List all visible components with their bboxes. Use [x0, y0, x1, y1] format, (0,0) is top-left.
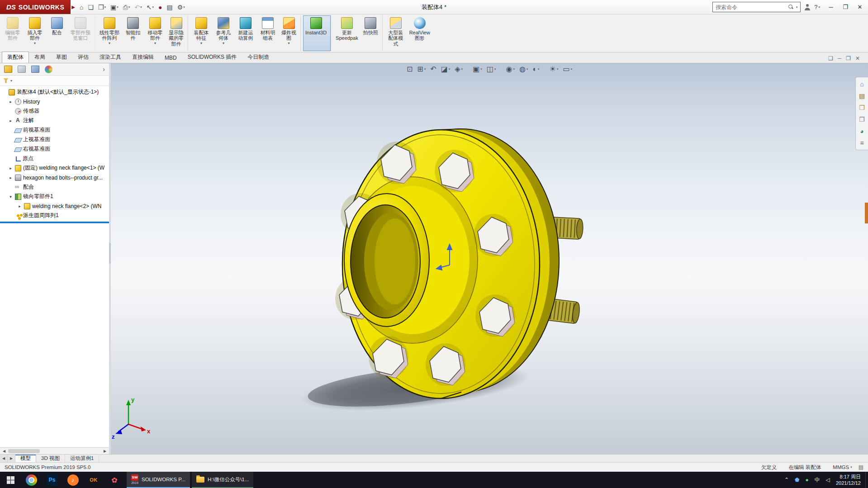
dropdown-caret-icon[interactable]: ▾	[104, 5, 106, 9]
dropdown-caret-icon[interactable]: ▾	[200, 42, 202, 45]
tree-item[interactable]: ▸ welding neck flange<2> (WN	[0, 201, 109, 211]
ribbon-button[interactable]: 装配体 特征 ▾	[190, 15, 212, 51]
document-window-control-icon[interactable]: ─	[838, 56, 842, 61]
view-tool-button[interactable]: ↶	[428, 65, 438, 74]
graphics-viewport[interactable]: y x z ⊡ ⊞ ▾	[111, 63, 868, 454]
ribbon-button[interactable]: 零部件预 览窗口	[68, 15, 95, 51]
logo-flyout-arrow-icon[interactable]: ▶	[71, 5, 75, 9]
dropdown-caret-icon[interactable]: ▾	[109, 42, 110, 45]
tree-item[interactable]: 派生圆周阵列1	[0, 211, 109, 220]
panel-expand-chevron-icon[interactable]: ›	[103, 66, 105, 73]
view-tool-button[interactable]: ◪ ▾	[439, 65, 452, 74]
task-pane-tab[interactable]: ⌂	[857, 79, 867, 89]
tree-item[interactable]: 原点	[0, 154, 109, 163]
tab-nav-icon[interactable]: ▶	[8, 455, 15, 462]
show-desktop-button[interactable]	[865, 472, 868, 488]
ribbon-button[interactable]: RealView 图形	[407, 15, 432, 51]
rollback-bar[interactable]	[0, 222, 109, 223]
tree-expander-icon[interactable]: ▾	[8, 194, 13, 199]
command-tab[interactable]: MBD	[159, 53, 182, 63]
quick-access-button[interactable]: ❏	[86, 3, 95, 11]
panel-horizontal-scrollbar[interactable]: ◀ ▶	[0, 447, 109, 454]
quick-access-button[interactable]: ▤	[165, 3, 175, 11]
task-pane-tab[interactable]: ◕	[857, 126, 867, 136]
window-control-button[interactable]: ─	[824, 1, 838, 13]
ribbon-button[interactable]: 移动零 部件 ▾	[144, 15, 166, 51]
dropdown-caret-icon[interactable]: ▾	[424, 67, 426, 71]
ribbon-button[interactable]: 爆炸视 图 ▾	[279, 15, 301, 51]
command-tab[interactable]: 布局	[29, 52, 51, 63]
command-tab[interactable]: 评估	[72, 52, 94, 63]
dropdown-caret-icon[interactable]: ▾	[557, 67, 559, 71]
document-tab[interactable]: 运动算例1	[65, 455, 99, 462]
task-pane-tab[interactable]: ▤	[857, 91, 867, 101]
tray-icon[interactable]: ⬟	[795, 477, 799, 483]
status-item[interactable]: 在编辑 装配体	[788, 464, 821, 471]
dropdown-caret-icon[interactable]: ▾	[494, 67, 496, 71]
dropdown-caret-icon[interactable]: ▾	[513, 67, 515, 71]
panel-tab-icon[interactable]	[45, 66, 52, 73]
panel-tab-icon[interactable]	[4, 66, 12, 73]
taskbar-app-button[interactable]: OK	[83, 472, 104, 488]
taskbar-app-button[interactable]: ♪	[62, 472, 83, 488]
tray-icon[interactable]: 中	[815, 476, 820, 484]
dropdown-caret-icon[interactable]: ▾	[223, 42, 224, 45]
ribbon-button[interactable]: 显示隐 藏的零 部件	[166, 15, 188, 51]
tray-icon[interactable]: ●	[805, 477, 808, 483]
command-tab[interactable]: 渲染工具	[94, 52, 127, 63]
tree-item[interactable]: ▾ 镜向零部件1	[0, 192, 109, 201]
quick-access-button[interactable]: ▣ ▾	[109, 3, 120, 11]
tree-item[interactable]: 前视基准面	[0, 125, 109, 135]
quick-access-button[interactable]: ●	[157, 3, 164, 11]
window-control-button[interactable]: ❐	[838, 1, 853, 13]
tree-item[interactable]: 右视基准面	[0, 144, 109, 154]
quick-access-button[interactable]: ⌂	[78, 3, 85, 11]
tree-item[interactable]: ▸ (固定) welding neck flange<1> (W	[0, 163, 109, 173]
document-tab[interactable]: 模型	[15, 455, 36, 462]
ribbon-button[interactable]: 编辑零 部件	[2, 15, 24, 51]
scroll-left-icon[interactable]: ◀	[1, 449, 7, 453]
help-menu[interactable]: ? ▾	[814, 4, 820, 10]
view-tool-button[interactable]: ◈ ▾	[453, 65, 465, 74]
dropdown-caret-icon[interactable]: ▾	[183, 5, 185, 9]
units-caret-icon[interactable]: ▾	[850, 465, 852, 469]
dropdown-caret-icon[interactable]: ▾	[154, 42, 156, 45]
dropdown-caret-icon[interactable]: ▾	[526, 67, 528, 71]
tree-item[interactable]: 配合	[0, 182, 109, 192]
quick-access-button[interactable]: ❒ ▾	[96, 3, 108, 11]
task-pane-tab[interactable]: ≡	[857, 138, 867, 148]
start-button[interactable]	[0, 472, 21, 488]
task-pane-tab[interactable]: ❒	[857, 103, 867, 113]
user-account-icon[interactable]	[804, 4, 811, 10]
view-tool-button[interactable]: ◫ ▾	[485, 65, 498, 74]
filter-caret-icon[interactable]: ▾	[10, 79, 12, 83]
view-tool-button[interactable]: ▭ ▾	[561, 65, 574, 74]
view-tool-button[interactable]: ◉ ▾	[504, 65, 516, 74]
model-canvas[interactable]: y x z	[111, 63, 868, 454]
dropdown-caret-icon[interactable]: ▾	[152, 5, 154, 9]
tree-expander-icon[interactable]: ▸	[17, 204, 22, 208]
dropdown-caret-icon[interactable]: ▾	[461, 67, 463, 71]
status-item[interactable]: 欠定义	[761, 464, 777, 471]
tree-item[interactable]: ▸ History	[0, 97, 109, 106]
quick-access-button[interactable]: ⚙ ▾	[175, 3, 187, 11]
view-tool-button[interactable]: ⊡	[405, 65, 414, 74]
document-window-control-icon[interactable]: ❏	[828, 56, 833, 61]
ribbon-button[interactable]: 大型装 配体模 式	[385, 15, 407, 51]
ribbon-button[interactable]: 新建运 动算例	[235, 15, 256, 51]
dropdown-caret-icon[interactable]: ▾	[34, 42, 36, 45]
taskbar-clock[interactable]: 8:17 周日 2021/12/12	[836, 474, 861, 487]
quick-access-button[interactable]: ↖ ▾	[145, 3, 156, 11]
tab-nav-icon[interactable]: ◀	[0, 455, 8, 462]
command-tab[interactable]: 草图	[51, 52, 72, 63]
scrollbar-thumb[interactable]	[8, 449, 40, 453]
tray-icon[interactable]: ◁	[826, 477, 830, 483]
dropdown-caret-icon[interactable]: ▾	[128, 5, 130, 9]
taskbar-app-button[interactable]: ✿	[104, 472, 125, 488]
tree-item[interactable]: ▸ 注解	[0, 116, 109, 125]
panel-tab-icon[interactable]	[31, 66, 39, 73]
taskbar-window-solidworks[interactable]: SW 2019 SOLIDWORKS P...	[127, 472, 190, 488]
tree-item[interactable]: ▸ hexagon head bolts--product gr...	[0, 173, 109, 182]
task-pane-tab[interactable]: ❐	[857, 114, 867, 124]
document-window-control-icon[interactable]: ✕	[855, 56, 860, 61]
